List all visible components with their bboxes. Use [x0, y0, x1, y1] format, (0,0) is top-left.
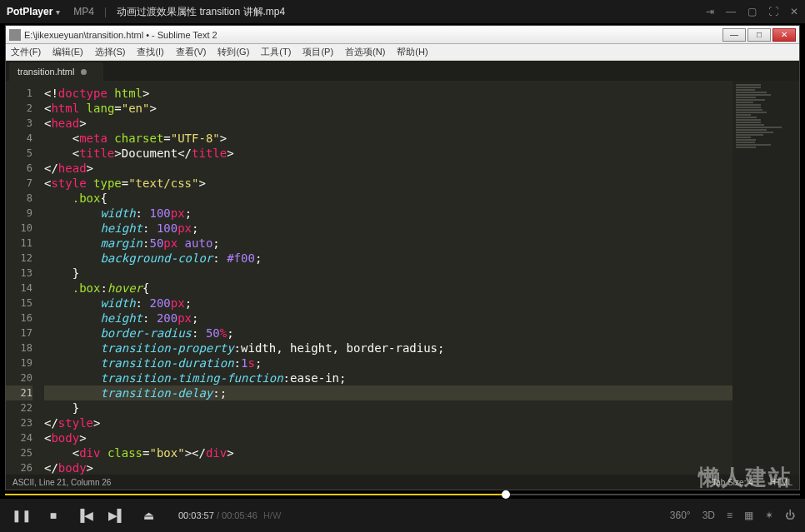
code-area[interactable]: <!doctype html><html lang="en"><head> <m… — [39, 81, 732, 475]
eject-button[interactable]: ⏏ — [137, 504, 160, 527]
maximize-button[interactable]: ⛶ — [768, 6, 778, 17]
pin-icon[interactable]: ⇥ — [706, 6, 714, 17]
minimap[interactable] — [732, 81, 799, 475]
player-titlebar: PotPlayer ▾ MP4 | 动画过渡效果属性 transition 讲解… — [0, 0, 805, 23]
progress-bar[interactable] — [5, 492, 800, 497]
editor-app-icon — [9, 29, 21, 41]
playlist-icon[interactable]: ≡ — [727, 510, 732, 521]
editor-menubar: 文件(F)编辑(E)选择(S)查找(I)查看(V)转到(G)工具(T)项目(P)… — [6, 44, 799, 61]
close-button[interactable]: ✕ — [790, 6, 798, 17]
prev-button[interactable]: ▐◀ — [73, 504, 97, 527]
360-icon[interactable]: 360° — [670, 510, 691, 521]
app-menu-dropdown-icon[interactable]: ▾ — [56, 7, 60, 17]
pause-button[interactable]: ❚❚ — [10, 504, 33, 527]
progress-track[interactable] — [5, 494, 800, 495]
line-gutter: 1234567891011121314151617181920212223242… — [6, 81, 39, 475]
restore-button[interactable]: ▢ — [748, 6, 757, 17]
menu-item[interactable]: 帮助(H) — [397, 46, 428, 58]
next-button[interactable]: ▶▌ — [105, 504, 128, 527]
menu-item[interactable]: 查看(V) — [176, 46, 207, 58]
progress-thumb[interactable] — [502, 490, 510, 499]
menu-item[interactable]: 文件(F) — [11, 46, 41, 58]
tab-label: transition.html — [18, 67, 74, 77]
app-name: PotPlayer — [7, 6, 52, 17]
menu-item[interactable]: 编辑(E) — [52, 46, 83, 58]
editor-tabbar: transition.html — [6, 61, 799, 81]
editor-titlebar: E:\jikexueyuan\transition.html • - Subli… — [6, 26, 799, 44]
editor-maximize-button[interactable]: □ — [748, 28, 771, 42]
progress-fill — [5, 494, 506, 495]
tab-dirty-icon — [81, 69, 87, 75]
editor-minimize-button[interactable]: — — [722, 28, 746, 42]
menu-item[interactable]: 首选项(N) — [345, 46, 385, 58]
current-time: 00:03:57 — [178, 510, 214, 520]
sublime-window: E:\jikexueyuan\transition.html • - Subli… — [5, 25, 800, 490]
grid-icon[interactable]: ▦ — [744, 510, 753, 521]
settings-icon[interactable]: ✶ — [765, 510, 773, 521]
menu-item[interactable]: 查找(I) — [137, 46, 163, 58]
menu-item[interactable]: 转到(G) — [218, 46, 249, 58]
watermark-logo: 懒人建站 — [698, 463, 792, 492]
time-display: 00:03:57 / 00:05:46 H/W — [178, 510, 281, 520]
editor-body: 1234567891011121314151617181920212223242… — [6, 81, 799, 475]
menu-item[interactable]: 项目(P) — [302, 46, 333, 58]
3d-icon[interactable]: 3D — [702, 510, 715, 521]
editor-close-button[interactable]: ✕ — [772, 28, 796, 42]
tab-transition[interactable]: transition.html — [9, 62, 103, 81]
minimize-button[interactable]: — — [726, 6, 736, 17]
status-left: ASCII, Line 21, Column 26 — [12, 478, 111, 487]
editor-window-title: E:\jikexueyuan\transition.html • - Subli… — [24, 30, 721, 40]
media-filename: 动画过渡效果属性 transition 讲解.mp4 — [117, 5, 285, 19]
media-format: MP4 — [73, 6, 94, 17]
hw-label: H/W — [263, 510, 281, 520]
menu-item[interactable]: 选择(S) — [95, 46, 126, 58]
titlebar-divider: | — [104, 6, 107, 17]
duration: 00:05:46 — [222, 510, 258, 520]
stop-button[interactable]: ■ — [42, 504, 65, 527]
editor-statusbar: ASCII, Line 21, Column 26 Tab Size: 4 HT… — [6, 475, 799, 490]
power-icon[interactable]: ⏻ — [785, 510, 795, 521]
menu-item[interactable]: 工具(T) — [261, 46, 291, 58]
player-controls: ❚❚ ■ ▐◀ ▶▌ ⏏ 00:03:57 / 00:05:46 H/W 360… — [0, 499, 805, 532]
